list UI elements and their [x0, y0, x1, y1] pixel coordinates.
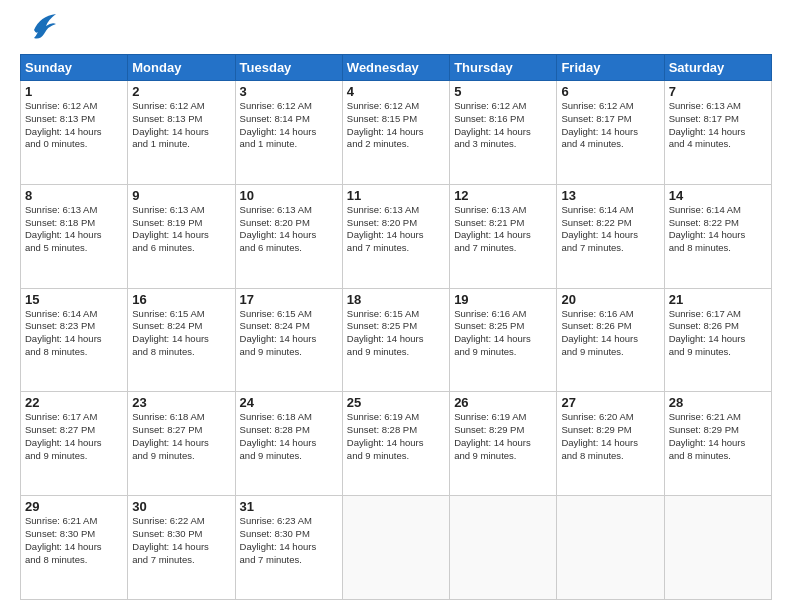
cell-info: Sunrise: 6:13 AMSunset: 8:21 PMDaylight:…: [454, 204, 552, 255]
header-sunday: Sunday: [21, 55, 128, 81]
day-number: 23: [132, 395, 230, 410]
day-number: 1: [25, 84, 123, 99]
day-number: 13: [561, 188, 659, 203]
cell-info: Sunrise: 6:13 AMSunset: 8:18 PMDaylight:…: [25, 204, 123, 255]
day-number: 21: [669, 292, 767, 307]
calendar-cell: [557, 496, 664, 600]
calendar-cell: 31Sunrise: 6:23 AMSunset: 8:30 PMDayligh…: [235, 496, 342, 600]
cell-info: Sunrise: 6:15 AMSunset: 8:24 PMDaylight:…: [240, 308, 338, 359]
calendar-cell: 9Sunrise: 6:13 AMSunset: 8:19 PMDaylight…: [128, 184, 235, 288]
day-number: 19: [454, 292, 552, 307]
header-tuesday: Tuesday: [235, 55, 342, 81]
header-monday: Monday: [128, 55, 235, 81]
day-number: 10: [240, 188, 338, 203]
page: Sunday Monday Tuesday Wednesday Thursday…: [0, 0, 792, 612]
calendar-week-row: 29Sunrise: 6:21 AMSunset: 8:30 PMDayligh…: [21, 496, 772, 600]
calendar-week-row: 8Sunrise: 6:13 AMSunset: 8:18 PMDaylight…: [21, 184, 772, 288]
day-number: 18: [347, 292, 445, 307]
calendar-header-row: Sunday Monday Tuesday Wednesday Thursday…: [21, 55, 772, 81]
day-number: 6: [561, 84, 659, 99]
cell-info: Sunrise: 6:12 AMSunset: 8:15 PMDaylight:…: [347, 100, 445, 151]
cell-info: Sunrise: 6:12 AMSunset: 8:14 PMDaylight:…: [240, 100, 338, 151]
day-number: 29: [25, 499, 123, 514]
calendar-cell: 12Sunrise: 6:13 AMSunset: 8:21 PMDayligh…: [450, 184, 557, 288]
day-number: 4: [347, 84, 445, 99]
calendar-cell: [450, 496, 557, 600]
header-saturday: Saturday: [664, 55, 771, 81]
calendar-cell: 3Sunrise: 6:12 AMSunset: 8:14 PMDaylight…: [235, 81, 342, 185]
day-number: 9: [132, 188, 230, 203]
calendar-cell: 11Sunrise: 6:13 AMSunset: 8:20 PMDayligh…: [342, 184, 449, 288]
cell-info: Sunrise: 6:13 AMSunset: 8:17 PMDaylight:…: [669, 100, 767, 151]
cell-info: Sunrise: 6:19 AMSunset: 8:29 PMDaylight:…: [454, 411, 552, 462]
calendar-cell: 29Sunrise: 6:21 AMSunset: 8:30 PMDayligh…: [21, 496, 128, 600]
day-number: 17: [240, 292, 338, 307]
day-number: 24: [240, 395, 338, 410]
cell-info: Sunrise: 6:15 AMSunset: 8:24 PMDaylight:…: [132, 308, 230, 359]
calendar-cell: 21Sunrise: 6:17 AMSunset: 8:26 PMDayligh…: [664, 288, 771, 392]
cell-info: Sunrise: 6:16 AMSunset: 8:26 PMDaylight:…: [561, 308, 659, 359]
cell-info: Sunrise: 6:13 AMSunset: 8:20 PMDaylight:…: [240, 204, 338, 255]
cell-info: Sunrise: 6:13 AMSunset: 8:19 PMDaylight:…: [132, 204, 230, 255]
calendar-cell: 25Sunrise: 6:19 AMSunset: 8:28 PMDayligh…: [342, 392, 449, 496]
calendar-cell: [342, 496, 449, 600]
calendar-cell: 23Sunrise: 6:18 AMSunset: 8:27 PMDayligh…: [128, 392, 235, 496]
calendar-cell: 10Sunrise: 6:13 AMSunset: 8:20 PMDayligh…: [235, 184, 342, 288]
calendar-cell: 1Sunrise: 6:12 AMSunset: 8:13 PMDaylight…: [21, 81, 128, 185]
calendar-cell: 14Sunrise: 6:14 AMSunset: 8:22 PMDayligh…: [664, 184, 771, 288]
cell-info: Sunrise: 6:17 AMSunset: 8:26 PMDaylight:…: [669, 308, 767, 359]
day-number: 11: [347, 188, 445, 203]
calendar-cell: 4Sunrise: 6:12 AMSunset: 8:15 PMDaylight…: [342, 81, 449, 185]
cell-info: Sunrise: 6:17 AMSunset: 8:27 PMDaylight:…: [25, 411, 123, 462]
cell-info: Sunrise: 6:12 AMSunset: 8:16 PMDaylight:…: [454, 100, 552, 151]
logo: [20, 16, 58, 44]
cell-info: Sunrise: 6:21 AMSunset: 8:30 PMDaylight:…: [25, 515, 123, 566]
day-number: 31: [240, 499, 338, 514]
cell-info: Sunrise: 6:23 AMSunset: 8:30 PMDaylight:…: [240, 515, 338, 566]
calendar-cell: 19Sunrise: 6:16 AMSunset: 8:25 PMDayligh…: [450, 288, 557, 392]
day-number: 20: [561, 292, 659, 307]
header-thursday: Thursday: [450, 55, 557, 81]
calendar-cell: 30Sunrise: 6:22 AMSunset: 8:30 PMDayligh…: [128, 496, 235, 600]
calendar-cell: 6Sunrise: 6:12 AMSunset: 8:17 PMDaylight…: [557, 81, 664, 185]
day-number: 7: [669, 84, 767, 99]
day-number: 15: [25, 292, 123, 307]
calendar-cell: 15Sunrise: 6:14 AMSunset: 8:23 PMDayligh…: [21, 288, 128, 392]
day-number: 3: [240, 84, 338, 99]
day-number: 14: [669, 188, 767, 203]
cell-info: Sunrise: 6:15 AMSunset: 8:25 PMDaylight:…: [347, 308, 445, 359]
header: [20, 16, 772, 44]
day-number: 2: [132, 84, 230, 99]
calendar-cell: 7Sunrise: 6:13 AMSunset: 8:17 PMDaylight…: [664, 81, 771, 185]
cell-info: Sunrise: 6:12 AMSunset: 8:17 PMDaylight:…: [561, 100, 659, 151]
calendar-cell: 24Sunrise: 6:18 AMSunset: 8:28 PMDayligh…: [235, 392, 342, 496]
calendar-cell: 16Sunrise: 6:15 AMSunset: 8:24 PMDayligh…: [128, 288, 235, 392]
calendar-week-row: 1Sunrise: 6:12 AMSunset: 8:13 PMDaylight…: [21, 81, 772, 185]
cell-info: Sunrise: 6:12 AMSunset: 8:13 PMDaylight:…: [25, 100, 123, 151]
calendar-cell: 27Sunrise: 6:20 AMSunset: 8:29 PMDayligh…: [557, 392, 664, 496]
calendar-cell: [664, 496, 771, 600]
day-number: 30: [132, 499, 230, 514]
cell-info: Sunrise: 6:12 AMSunset: 8:13 PMDaylight:…: [132, 100, 230, 151]
day-number: 27: [561, 395, 659, 410]
calendar-cell: 5Sunrise: 6:12 AMSunset: 8:16 PMDaylight…: [450, 81, 557, 185]
calendar-cell: 28Sunrise: 6:21 AMSunset: 8:29 PMDayligh…: [664, 392, 771, 496]
cell-info: Sunrise: 6:22 AMSunset: 8:30 PMDaylight:…: [132, 515, 230, 566]
calendar-week-row: 22Sunrise: 6:17 AMSunset: 8:27 PMDayligh…: [21, 392, 772, 496]
calendar-cell: 2Sunrise: 6:12 AMSunset: 8:13 PMDaylight…: [128, 81, 235, 185]
cell-info: Sunrise: 6:20 AMSunset: 8:29 PMDaylight:…: [561, 411, 659, 462]
cell-info: Sunrise: 6:13 AMSunset: 8:20 PMDaylight:…: [347, 204, 445, 255]
calendar-cell: 22Sunrise: 6:17 AMSunset: 8:27 PMDayligh…: [21, 392, 128, 496]
day-number: 8: [25, 188, 123, 203]
cell-info: Sunrise: 6:21 AMSunset: 8:29 PMDaylight:…: [669, 411, 767, 462]
cell-info: Sunrise: 6:18 AMSunset: 8:27 PMDaylight:…: [132, 411, 230, 462]
cell-info: Sunrise: 6:18 AMSunset: 8:28 PMDaylight:…: [240, 411, 338, 462]
calendar-week-row: 15Sunrise: 6:14 AMSunset: 8:23 PMDayligh…: [21, 288, 772, 392]
day-number: 5: [454, 84, 552, 99]
day-number: 26: [454, 395, 552, 410]
cell-info: Sunrise: 6:14 AMSunset: 8:22 PMDaylight:…: [561, 204, 659, 255]
day-number: 28: [669, 395, 767, 410]
calendar-cell: 8Sunrise: 6:13 AMSunset: 8:18 PMDaylight…: [21, 184, 128, 288]
day-number: 22: [25, 395, 123, 410]
header-friday: Friday: [557, 55, 664, 81]
